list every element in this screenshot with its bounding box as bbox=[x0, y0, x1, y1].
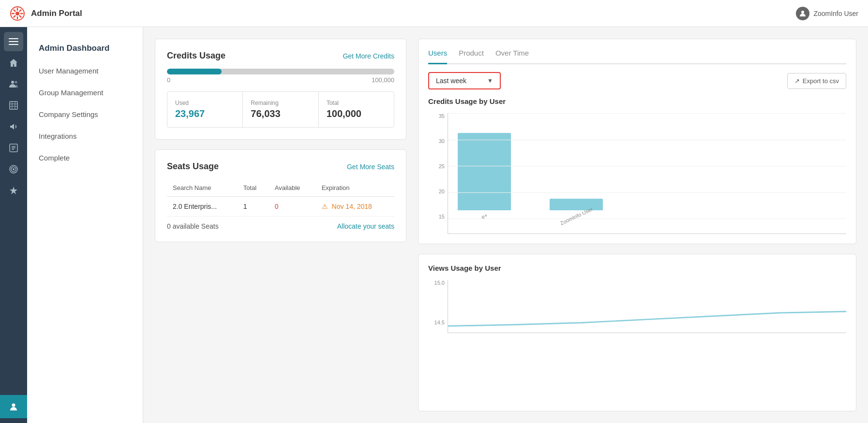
credits-chart-card: Users Product Over Time Last week ▼ ↗ Ex… bbox=[418, 39, 856, 244]
views-y-label-1: 14.5 bbox=[434, 320, 445, 325]
credits-chart-title: Credits Usage by User bbox=[428, 97, 846, 105]
warning-icon: ⚠ bbox=[322, 203, 328, 210]
seats-table: Search Name Total Available Expiration 2… bbox=[167, 179, 394, 217]
svg-line-8 bbox=[14, 15, 15, 17]
right-column: Users Product Over Time Last week ▼ ↗ Ex… bbox=[418, 39, 856, 411]
seats-usage-card: Seats Usage Get More Seats Search Name T… bbox=[155, 149, 406, 242]
seats-title: Seats Usage bbox=[167, 161, 219, 172]
svg-point-14 bbox=[11, 81, 14, 84]
svg-rect-13 bbox=[9, 44, 18, 45]
chevron-down-icon: ▼ bbox=[487, 77, 493, 84]
views-chart-card: Views Usage by User 15.0 14.5 bbox=[418, 254, 856, 411]
sidebar-item-group-management[interactable]: Group Management bbox=[27, 82, 143, 103]
svg-line-6 bbox=[19, 15, 21, 17]
credits-remaining-box: Remaining 76,033 bbox=[243, 92, 318, 127]
sidebar-icon-target[interactable] bbox=[4, 160, 23, 179]
filter-label: Last week bbox=[436, 77, 466, 85]
tab-over-time[interactable]: Over Time bbox=[495, 49, 529, 64]
user-avatar-icon bbox=[796, 7, 809, 20]
credits-used-box: Used 23,967 bbox=[167, 92, 243, 127]
sidebar-icon-profile[interactable] bbox=[0, 395, 27, 418]
seat-name-cell: 2.0 Enterpris... bbox=[167, 197, 238, 217]
y-label-20: 20 bbox=[439, 189, 445, 194]
sidebar-icon-users[interactable] bbox=[4, 74, 23, 94]
user-name: ZoomInfo User bbox=[813, 10, 858, 17]
export-button[interactable]: ↗ Export to csv bbox=[787, 73, 846, 89]
sidebar-icon-star[interactable] bbox=[4, 181, 23, 200]
topbar-right: ZoomInfo User bbox=[796, 7, 858, 20]
credits-total-value: 100,000 bbox=[327, 108, 386, 119]
credits-usage-card: Credits Usage Get More Credits 0 100,000… bbox=[155, 39, 406, 140]
svg-point-10 bbox=[801, 11, 804, 14]
credits-total-box: Total 100,000 bbox=[319, 92, 394, 127]
credits-remaining-label: Remaining bbox=[251, 100, 310, 106]
y-label-35: 35 bbox=[439, 113, 445, 119]
svg-point-9 bbox=[15, 12, 19, 15]
credits-bar-chart: 35 30 25 20 15 bbox=[428, 113, 846, 234]
svg-point-27 bbox=[13, 168, 15, 170]
seats-footer: 0 available Seats Allocate your seats bbox=[167, 222, 394, 230]
main-layout: Admin Dashboard User Management Group Ma… bbox=[0, 27, 868, 423]
tab-users[interactable]: Users bbox=[428, 49, 447, 64]
sidebar-bottom bbox=[0, 395, 27, 418]
time-filter-dropdown[interactable]: Last week ▼ bbox=[428, 72, 501, 89]
credits-used-label: Used bbox=[175, 100, 235, 106]
sidebar-item-admin-dashboard[interactable]: Admin Dashboard bbox=[27, 37, 143, 60]
sidebar-item-user-management[interactable]: User Management bbox=[27, 60, 143, 82]
logo-icon bbox=[10, 6, 25, 21]
seat-expiration-cell: ⚠ Nov 14, 2018 bbox=[316, 197, 394, 217]
nav-sidebar: Admin Dashboard User Management Group Ma… bbox=[27, 27, 143, 423]
get-more-seats-link[interactable]: Get More Seats bbox=[347, 163, 394, 171]
icon-sidebar bbox=[0, 27, 27, 423]
y-label-30: 30 bbox=[439, 138, 445, 144]
svg-rect-12 bbox=[9, 41, 18, 42]
credits-min-label: 0 bbox=[167, 76, 170, 84]
sidebar-icon-home[interactable] bbox=[4, 53, 23, 73]
bar-label-1: e+ bbox=[480, 212, 488, 220]
sidebar-item-company-settings[interactable]: Company Settings bbox=[27, 103, 143, 125]
filter-row: Last week ▼ ↗ Export to csv bbox=[428, 72, 846, 89]
credits-progress-bar-bg bbox=[167, 69, 394, 74]
svg-line-5 bbox=[14, 10, 15, 12]
content-area: Credits Usage Get More Credits 0 100,000… bbox=[143, 27, 868, 423]
sidebar-icon-list[interactable] bbox=[4, 138, 23, 158]
credits-max-label: 100,000 bbox=[372, 76, 394, 84]
allocate-seats-link[interactable]: Allocate your seats bbox=[337, 222, 394, 230]
seat-total-cell: 1 bbox=[238, 197, 269, 217]
export-icon: ↗ bbox=[794, 77, 800, 85]
seats-col-name: Search Name bbox=[167, 179, 238, 197]
table-row: 2.0 Enterpris... 1 0 ⚠ Nov 14, 2018 bbox=[167, 197, 394, 217]
views-line-chart-svg bbox=[448, 280, 846, 333]
bar-2 bbox=[550, 199, 603, 210]
seats-card-header: Seats Usage Get More Seats bbox=[167, 161, 394, 172]
tab-product[interactable]: Product bbox=[459, 49, 484, 64]
bar-group-1: e+ bbox=[458, 133, 511, 219]
sidebar-icon-menu[interactable] bbox=[4, 32, 23, 51]
credits-progress-container: 0 100,000 bbox=[167, 69, 394, 84]
topbar: Admin Portal ZoomInfo User bbox=[0, 0, 868, 27]
credits-card-header: Credits Usage Get More Credits bbox=[167, 51, 394, 61]
seats-col-expiration: Expiration bbox=[316, 179, 394, 197]
bars-area: e+ ZoomInfo User bbox=[448, 113, 846, 234]
views-chart-area: 15.0 14.5 bbox=[428, 280, 846, 333]
sidebar-icon-chart[interactable] bbox=[4, 96, 23, 115]
sidebar-icon-megaphone[interactable] bbox=[4, 117, 23, 136]
seats-col-total: Total bbox=[238, 179, 269, 197]
export-label: Export to csv bbox=[803, 77, 839, 85]
seats-available-count: 0 available Seats bbox=[167, 222, 219, 230]
views-chart-title: Views Usage by User bbox=[428, 264, 846, 272]
y-axis: 35 30 25 20 15 bbox=[428, 113, 448, 234]
get-more-credits-link[interactable]: Get More Credits bbox=[343, 52, 394, 60]
sidebar-item-complete[interactable]: Complete bbox=[27, 147, 143, 169]
credits-progress-labels: 0 100,000 bbox=[167, 76, 394, 84]
credits-used-value: 23,967 bbox=[175, 108, 235, 119]
credits-title: Credits Usage bbox=[167, 51, 225, 61]
views-y-axis: 15.0 14.5 bbox=[428, 280, 448, 333]
views-chart-inner bbox=[448, 280, 846, 333]
sidebar-item-integrations[interactable]: Integrations bbox=[27, 125, 143, 147]
seat-available-cell: 0 bbox=[269, 197, 316, 217]
svg-rect-16 bbox=[10, 102, 17, 109]
app-title: Admin Portal bbox=[31, 9, 82, 18]
credits-remaining-value: 76,033 bbox=[251, 108, 310, 119]
y-label-25: 25 bbox=[439, 163, 445, 169]
